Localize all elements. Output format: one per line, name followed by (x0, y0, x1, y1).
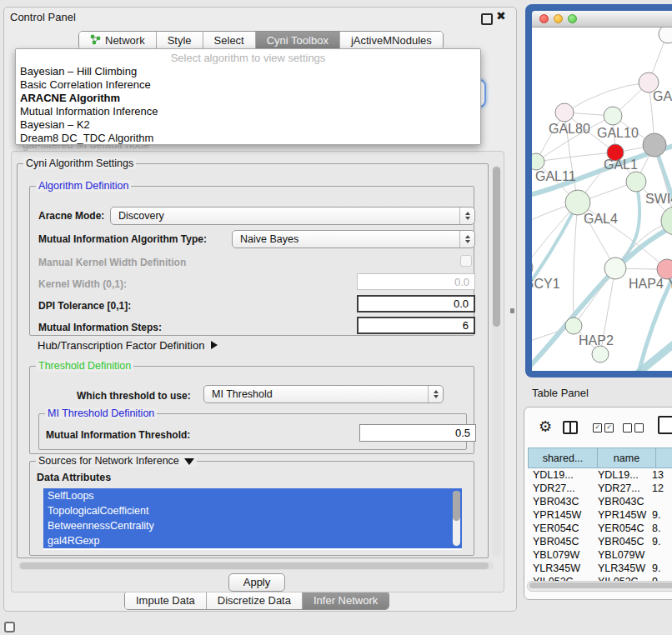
network-node[interactable] (643, 133, 666, 157)
table-cell[interactable]: YDL19... (528, 468, 593, 482)
dpi-tolerance-label: DPI Tolerance [0,1]: (38, 300, 131, 312)
table-cell[interactable] (647, 548, 672, 562)
table-cell[interactable]: YER054C (528, 522, 593, 535)
kernel-width-field[interactable] (357, 273, 475, 290)
column-header[interactable] (656, 448, 672, 468)
table-cell[interactable]: 9. (647, 562, 672, 575)
table-cell[interactable]: 12 (647, 482, 672, 495)
table-cell[interactable]: 9. (647, 508, 672, 522)
select-all-columns-icon[interactable]: ✓✓ (593, 423, 614, 432)
algorithm-option[interactable]: Mutual Information Inference (16, 105, 480, 118)
table-cell[interactable]: YBR045C (528, 535, 593, 548)
attribute-item[interactable]: BetweennessCentrality (43, 518, 462, 533)
tab-jactivemnodules[interactable]: jActiveMNodules (340, 32, 443, 49)
dpi-tolerance-field[interactable] (357, 295, 475, 312)
float-window-icon[interactable] (481, 13, 493, 25)
attribute-item[interactable]: gal4RGexp (43, 533, 462, 548)
column-header[interactable]: name (598, 448, 656, 468)
tab-discretize-data[interactable]: Discretize Data (207, 592, 303, 609)
tab-infer-network[interactable]: Infer Network (303, 592, 389, 609)
table-cell[interactable]: 13 (647, 468, 672, 482)
tab-select[interactable]: Select (203, 32, 256, 49)
table-cell[interactable]: YBR045C (593, 535, 647, 548)
window-minimize-button[interactable] (554, 14, 563, 23)
hub-transcription-section-toggle[interactable]: Hub/Transcription Factor Definition (38, 339, 218, 352)
table-cell[interactable]: YLR345W (528, 562, 593, 575)
network-node-gal80[interactable] (555, 103, 574, 122)
list-vertical-scrollbar[interactable] (453, 491, 460, 546)
network-node-gal1[interactable] (626, 172, 646, 192)
settings-vertical-scrollbar[interactable] (492, 165, 501, 557)
network-edge (564, 82, 649, 112)
network-window-titlebar[interactable] (532, 11, 672, 28)
window-close-button[interactable] (539, 14, 549, 23)
panel-splitter-handle[interactable] (510, 308, 514, 313)
apply-button[interactable]: Apply (228, 573, 285, 592)
algorithm-dropdown-prompt: Select algorithm to view settings (16, 51, 480, 65)
table-cell[interactable]: YDL19... (593, 468, 647, 482)
network-node-gal11[interactable] (532, 153, 544, 170)
mi-steps-field[interactable] (357, 317, 475, 334)
algorithm-option[interactable]: Dream8 DC_TDC Algorithm (16, 132, 480, 145)
gear-icon[interactable]: ⚙ (539, 418, 552, 436)
close-icon[interactable]: ✖ (496, 9, 506, 22)
attribute-item[interactable]: SelfLoops (43, 488, 462, 503)
table-row[interactable]: YDL19...YDL19...13 (528, 468, 672, 482)
settings-horizontal-scrollbar[interactable] (18, 562, 494, 570)
attribute-item[interactable]: TopologicalCoefficient (43, 503, 462, 518)
table-cell[interactable]: 9. (647, 535, 672, 548)
network-node-gcy1[interactable] (532, 258, 533, 277)
column-header[interactable]: shared... (528, 448, 598, 468)
docked-panel-icon[interactable] (4, 622, 15, 632)
control-panel: Control Panel ✖ NetworkStyleSelectCyni T… (3, 7, 517, 612)
table-row[interactable]: YBR043CYBR043C (528, 495, 672, 508)
table-cell[interactable]: YDR27... (528, 482, 593, 495)
table-cell[interactable]: YPR145W (593, 508, 647, 522)
aracne-mode-select[interactable]: Discovery (110, 207, 475, 225)
tab-network[interactable]: Network (79, 32, 157, 49)
collapsed-arrow-icon (211, 341, 218, 349)
network-node[interactable] (659, 28, 672, 43)
network-node-hap2[interactable] (565, 318, 582, 334)
algorithm-option[interactable]: Bayesian – Hill Climbing (16, 65, 480, 78)
table-cell[interactable]: YLR345W (593, 562, 647, 575)
tab-style[interactable]: Style (157, 32, 203, 49)
new-table-icon[interactable] (658, 416, 672, 434)
window-zoom-button[interactable] (568, 14, 577, 23)
algorithm-option[interactable]: Bayesian – K2 (16, 118, 480, 132)
table-cell[interactable]: YBR043C (528, 495, 593, 508)
tab-cyni-toolbox[interactable]: Cyni Toolbox (256, 32, 340, 49)
network-canvas[interactable]: GALGAL80GAL10GAL1GAL11SWI4GAL4GCY1HAP4YH… (532, 28, 672, 371)
deselect-all-columns-icon[interactable] (623, 423, 644, 432)
table-row[interactable]: YBL079WYBL079W (528, 548, 672, 562)
mi-steps-label: Mutual Information Steps: (38, 322, 162, 333)
network-node-hap4[interactable] (604, 258, 626, 279)
column-layout-icon[interactable] (563, 421, 578, 434)
table-cell[interactable]: YBR043C (593, 495, 647, 508)
which-threshold-select[interactable]: MI Threshold (203, 385, 444, 403)
table-row[interactable]: YPR145WYPR145W9. (528, 508, 672, 522)
table-cell[interactable]: YER054C (593, 522, 647, 535)
table-horizontal-scrollbar[interactable] (527, 581, 672, 592)
table-cell[interactable]: 8. (647, 522, 672, 535)
table-row[interactable]: YDR27...YDR27...12 (528, 482, 672, 495)
table-row[interactable]: YER054CYER054C8. (528, 522, 672, 535)
network-node-gal10[interactable] (604, 107, 622, 125)
table-cell[interactable]: YPR145W (528, 508, 593, 522)
table-row[interactable]: YBR045CYBR045C9. (528, 535, 672, 548)
mi-algorithm-type-select[interactable]: Naive Bayes (232, 230, 475, 248)
table-cell[interactable]: YDR27... (593, 482, 647, 495)
algorithm-option[interactable]: ARACNE Algorithm (16, 92, 480, 105)
data-attributes-list[interactable]: SelfLoopsTopologicalCoefficientBetweenne… (43, 488, 462, 550)
table-row[interactable]: YLR345WYLR345W9. (528, 562, 672, 575)
manual-kernel-width-checkbox[interactable] (460, 255, 472, 267)
table-cell[interactable]: YBL079W (593, 548, 647, 562)
tab-impute-data[interactable]: Impute Data (125, 592, 207, 609)
table-cell[interactable] (647, 495, 672, 508)
kernel-width-label: Kernel Width (0,1): (38, 278, 127, 290)
algorithm-option[interactable]: Basic Correlation Inference (16, 78, 480, 92)
table-cell[interactable]: YBL079W (528, 548, 593, 562)
network-node-label: GAL (653, 89, 672, 103)
network-node[interactable] (592, 346, 609, 362)
mi-threshold-field[interactable] (359, 424, 476, 442)
